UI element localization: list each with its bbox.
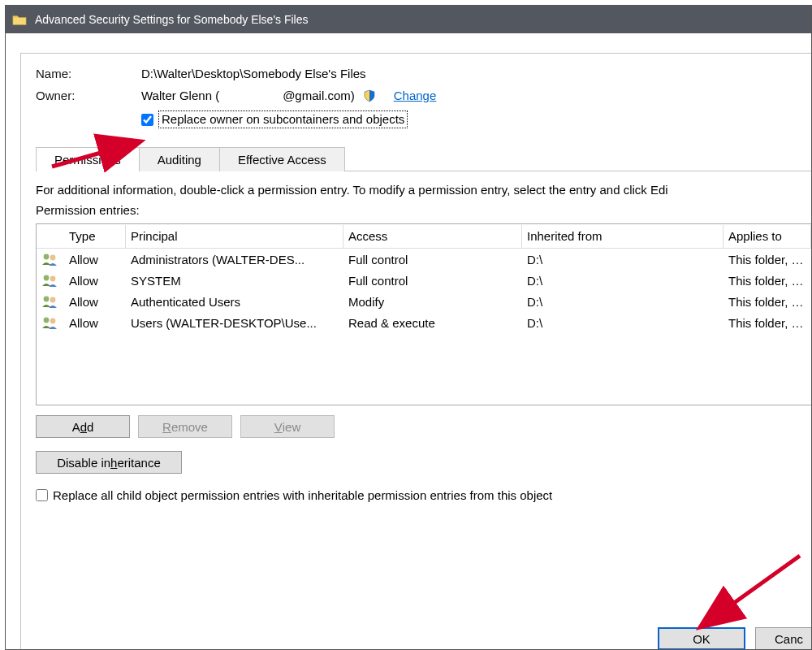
- content-frame: Name: D:\Walter\Desktop\Somebody Else's …: [20, 53, 811, 649]
- cell-principal: Authenticated Users: [126, 295, 343, 309]
- cell-principal: SYSTEM: [126, 274, 343, 288]
- group-icon: [37, 294, 64, 309]
- replace-owner-label[interactable]: Replace owner on subcontainers and objec…: [158, 110, 408, 128]
- shield-icon: [363, 89, 376, 102]
- cell-inherited: D:\: [522, 316, 723, 330]
- table-row[interactable]: AllowUsers (WALTER-DESKTOP\Use...Read & …: [37, 312, 811, 333]
- permission-table[interactable]: Type Principal Access Inherited from App…: [36, 223, 811, 405]
- owner-name: Walter Glenn (: [141, 89, 219, 102]
- remove-button: Remove: [138, 415, 232, 438]
- cell-applies: This folder, subf: [723, 274, 811, 288]
- cell-principal: Administrators (WALTER-DES...: [126, 253, 343, 266]
- cell-inherited: D:\: [522, 253, 723, 266]
- group-icon: [37, 273, 64, 288]
- ok-button[interactable]: OK: [658, 627, 745, 649]
- cell-type: Allow: [64, 274, 126, 288]
- cell-type: Allow: [64, 295, 126, 309]
- col-inherited[interactable]: Inherited from: [522, 225, 723, 248]
- cell-inherited: D:\: [522, 274, 723, 288]
- svg-point-5: [50, 297, 56, 303]
- col-type[interactable]: Type: [64, 225, 126, 248]
- folder-icon: [12, 13, 27, 26]
- replace-all-label[interactable]: Replace all child object permission entr…: [53, 488, 552, 502]
- cell-access: Full control: [343, 274, 522, 288]
- table-row[interactable]: AllowAdministrators (WALTER-DES...Full c…: [37, 249, 811, 270]
- tab-permissions[interactable]: Permissions: [36, 147, 140, 171]
- owner-label: Owner:: [36, 89, 141, 102]
- tab-auditing[interactable]: Auditing: [139, 147, 220, 171]
- view-button: View: [240, 415, 335, 438]
- cell-inherited: D:\: [522, 295, 723, 309]
- col-applies[interactable]: Applies to: [723, 225, 811, 248]
- group-icon: [37, 252, 64, 266]
- cell-applies: This folder, subf: [723, 253, 811, 266]
- cell-applies: This folder, subf: [723, 295, 811, 309]
- cell-applies: This folder, subf: [723, 316, 811, 330]
- svg-point-0: [44, 254, 50, 260]
- cell-access: Full control: [343, 253, 522, 266]
- owner-email: @gmail.com): [283, 89, 355, 102]
- name-label: Name:: [36, 67, 141, 80]
- table-row[interactable]: AllowSYSTEMFull controlD:\This folder, s…: [37, 270, 811, 291]
- cell-type: Allow: [64, 253, 126, 266]
- permission-entries-label: Permission entries:: [36, 203, 811, 217]
- window-title: Advanced Security Settings for Somebody …: [35, 13, 309, 26]
- tab-effective-access[interactable]: Effective Access: [219, 147, 345, 171]
- name-value: D:\Walter\Desktop\Somebody Else's Files: [141, 67, 811, 80]
- disable-inheritance-button[interactable]: Disable inheritance: [36, 451, 182, 474]
- svg-point-4: [44, 297, 50, 302]
- add-button[interactable]: Add: [36, 415, 130, 438]
- col-access[interactable]: Access: [343, 225, 522, 248]
- svg-point-6: [44, 318, 50, 323]
- replace-owner-checkbox[interactable]: [141, 114, 153, 126]
- svg-point-3: [50, 276, 56, 282]
- cell-access: Read & execute: [343, 316, 522, 330]
- change-owner-link[interactable]: Change: [394, 89, 437, 102]
- cell-principal: Users (WALTER-DESKTOP\Use...: [126, 316, 343, 330]
- titlebar[interactable]: Advanced Security Settings for Somebody …: [6, 6, 811, 33]
- cancel-button[interactable]: Canc: [755, 627, 811, 649]
- table-row[interactable]: AllowAuthenticated UsersModifyD:\This fo…: [37, 291, 811, 312]
- col-principal[interactable]: Principal: [126, 225, 343, 248]
- svg-point-2: [44, 275, 50, 281]
- tab-strip: Permissions Auditing Effective Access: [36, 146, 811, 171]
- svg-point-1: [50, 255, 56, 261]
- dialog-window: Advanced Security Settings for Somebody …: [5, 5, 812, 650]
- table-header: Type Principal Access Inherited from App…: [37, 224, 811, 249]
- info-text: For additional information, double-click…: [36, 183, 811, 197]
- svg-point-7: [50, 318, 56, 324]
- replace-all-checkbox[interactable]: [36, 489, 48, 501]
- cell-type: Allow: [64, 316, 126, 330]
- cell-access: Modify: [343, 295, 522, 309]
- group-icon: [37, 315, 64, 330]
